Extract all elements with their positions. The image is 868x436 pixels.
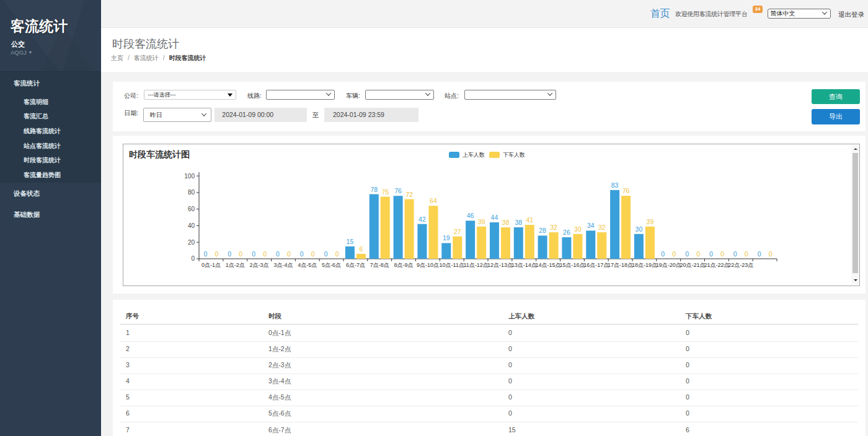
svg-text:32: 32	[550, 224, 557, 231]
svg-text:38: 38	[515, 219, 522, 226]
svg-text:26: 26	[563, 229, 570, 236]
svg-text:0: 0	[335, 250, 339, 258]
svg-text:0: 0	[745, 250, 748, 258]
svg-text:8点-9点: 8点-9点	[394, 262, 414, 268]
svg-text:0: 0	[228, 250, 231, 258]
svg-text:0: 0	[769, 250, 773, 258]
svg-text:39: 39	[647, 218, 654, 225]
svg-text:15点-16点: 15点-16点	[559, 262, 585, 268]
svg-text:100: 100	[184, 173, 195, 180]
svg-text:42: 42	[418, 216, 426, 223]
svg-text:19: 19	[443, 234, 450, 242]
svg-text:39: 39	[478, 218, 485, 225]
svg-text:0: 0	[239, 250, 242, 258]
svg-text:60: 60	[188, 206, 195, 212]
svg-text:44: 44	[491, 214, 498, 221]
svg-text:0: 0	[276, 250, 280, 258]
svg-text:83: 83	[611, 181, 619, 189]
svg-text:40: 40	[188, 222, 195, 229]
svg-text:0: 0	[215, 250, 218, 258]
svg-text:19点-20点: 19点-20点	[656, 262, 681, 268]
svg-text:4点-5点: 4点-5点	[298, 262, 317, 268]
svg-text:0: 0	[311, 250, 315, 258]
svg-text:28: 28	[539, 227, 546, 234]
svg-text:72: 72	[405, 191, 413, 198]
svg-text:0点-1点: 0点-1点	[202, 262, 221, 268]
svg-text:0: 0	[300, 250, 304, 258]
svg-text:6点-7点: 6点-7点	[346, 262, 365, 268]
svg-text:0: 0	[696, 250, 700, 258]
svg-text:13点-14点: 13点-14点	[512, 262, 537, 268]
svg-text:0: 0	[324, 250, 328, 258]
svg-text:5点-6点: 5点-6点	[322, 262, 341, 268]
svg-text:41: 41	[526, 216, 533, 224]
svg-text:6: 6	[359, 245, 363, 253]
svg-text:1点-2点: 1点-2点	[226, 262, 245, 268]
svg-text:20点-21点: 20点-21点	[680, 262, 706, 268]
svg-text:34: 34	[587, 222, 595, 229]
svg-text:20: 20	[188, 239, 195, 246]
svg-text:76: 76	[394, 187, 402, 194]
svg-text:80: 80	[188, 189, 195, 196]
svg-text:0: 0	[287, 250, 291, 258]
svg-text:64: 64	[430, 197, 437, 204]
svg-text:14点-15点: 14点-15点	[536, 262, 561, 268]
svg-text:0: 0	[252, 250, 255, 258]
svg-text:12点-13点: 12点-13点	[487, 262, 513, 268]
svg-text:30: 30	[574, 225, 582, 233]
svg-text:18点-19点: 18点-19点	[632, 262, 657, 268]
svg-text:78: 78	[370, 186, 378, 193]
svg-text:11点-12点: 11点-12点	[463, 262, 488, 268]
svg-text:0: 0	[672, 250, 676, 258]
svg-text:3点-4点: 3点-4点	[273, 262, 293, 268]
svg-text:7点-8点: 7点-8点	[370, 262, 389, 268]
svg-text:2点-3点: 2点-3点	[250, 262, 269, 268]
svg-text:0: 0	[758, 250, 761, 258]
svg-text:17点-18点: 17点-18点	[608, 262, 633, 268]
svg-text:0: 0	[203, 250, 207, 258]
svg-text:32: 32	[598, 224, 606, 231]
svg-text:22点-23点: 22点-23点	[728, 262, 753, 268]
svg-text:30: 30	[636, 225, 643, 233]
svg-text:27: 27	[454, 228, 461, 235]
svg-text:75: 75	[381, 188, 389, 196]
svg-text:9点-10点: 9点-10点	[417, 262, 439, 268]
svg-text:0: 0	[720, 250, 724, 258]
svg-text:76: 76	[622, 187, 630, 194]
svg-text:0: 0	[685, 250, 689, 258]
svg-text:0: 0	[661, 250, 665, 258]
svg-text:0: 0	[733, 250, 737, 258]
svg-text:46: 46	[467, 212, 474, 219]
svg-text:15: 15	[347, 238, 354, 245]
svg-text:0: 0	[263, 250, 267, 258]
svg-text:21点-22点: 21点-22点	[704, 262, 729, 268]
svg-text:38: 38	[502, 219, 510, 226]
svg-text:0: 0	[709, 250, 713, 258]
svg-text:16点-17点: 16点-17点	[583, 262, 609, 268]
svg-text:10点-11点: 10点-11点	[440, 262, 464, 268]
svg-text:0: 0	[191, 255, 195, 262]
